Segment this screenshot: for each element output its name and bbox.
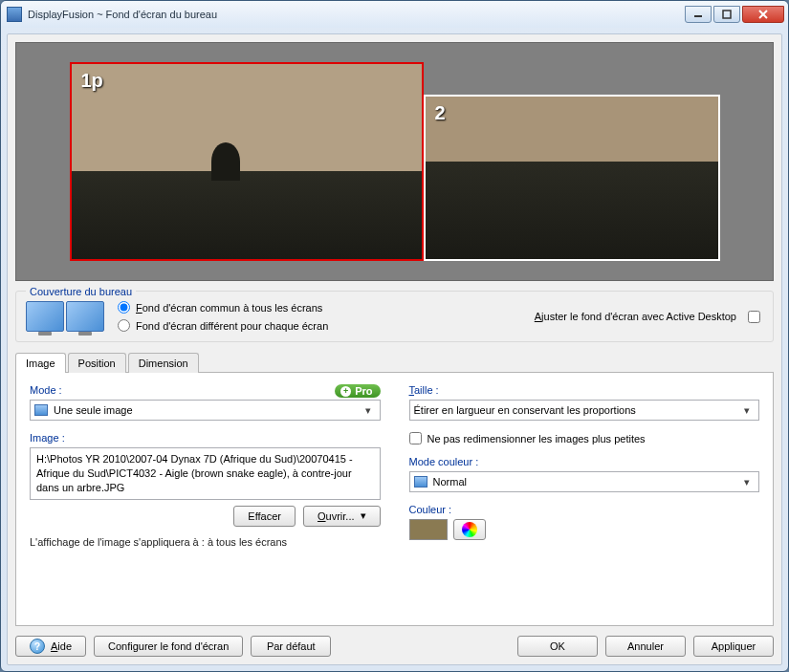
apply-scope-note: L'affichage de l'image s'appliquera à : …	[30, 536, 381, 548]
help-button-label: Aide	[51, 640, 72, 652]
chevron-down-icon: ▾	[739, 474, 755, 489]
radio-different-wallpaper[interactable]: Fond d'écran différent pour chaque écran	[118, 319, 328, 332]
apply-button[interactable]: Appliquer	[693, 636, 774, 657]
radio-common-wallpaper[interactable]: Fond d'écran commun à tous les écrans	[118, 301, 328, 314]
size-combo[interactable]: Étirer en largueur en conservant les pro…	[409, 400, 760, 421]
client-area: 1p 2 Couverture du bureau Fond d'écran c…	[7, 33, 782, 665]
minimize-button[interactable]	[685, 6, 712, 23]
help-button[interactable]: ? Aide	[15, 636, 86, 657]
chevron-down-icon: ▾	[739, 402, 755, 418]
coverage-legend: Couverture du bureau	[26, 286, 136, 297]
coverage-group: Couverture du bureau Fond d'écran commun…	[15, 291, 774, 342]
color-mode-combo[interactable]: Normal ▾	[409, 471, 760, 492]
configure-wallpaper-button[interactable]: Configurer le fond d'écran	[94, 636, 243, 657]
radio-common-input[interactable]	[118, 301, 130, 314]
image-path-label: Image :	[30, 432, 381, 444]
maximize-button[interactable]	[713, 6, 740, 23]
tab-dimension[interactable]: Dimension	[128, 353, 199, 373]
mode-label: Mode :	[30, 384, 381, 396]
help-icon: ?	[30, 639, 45, 654]
clear-button[interactable]: Effacer	[233, 506, 296, 527]
pro-badge: Pro	[335, 384, 380, 398]
ok-button[interactable]: OK	[517, 636, 598, 657]
color-picker-button[interactable]	[453, 519, 486, 540]
tab-bar: Image Position Dimension	[15, 352, 774, 372]
radio-common-label: Fond d'écran commun à tous les écrans	[136, 302, 322, 314]
window-frame: DisplayFusion ~ Fond d'écran du bureau 1…	[0, 0, 789, 672]
tab-position[interactable]: Position	[68, 353, 126, 373]
monitor-label-1: 1p	[81, 70, 103, 92]
chevron-down-icon: ▾	[361, 509, 366, 522]
dialog-button-bar: ? Aide Configurer le fond d'écran Par dé…	[15, 626, 774, 657]
monitor-icon	[414, 476, 427, 488]
active-desktop-checkbox[interactable]	[748, 311, 760, 323]
tab-panel-image: Pro Mode : Une seule image ▾ Image : H:\…	[15, 372, 774, 626]
open-button-label: Ouvrir...	[318, 510, 355, 522]
color-label: Couleur :	[409, 504, 760, 515]
image-path-textbox[interactable]: H:\Photos YR 2010\2007-04 Dynax 7D (Afri…	[30, 447, 381, 500]
app-icon	[7, 7, 22, 22]
cancel-button[interactable]: Annuler	[605, 636, 686, 657]
color-mode-label: Mode couleur :	[409, 456, 760, 467]
no-resize-label: Ne pas redimensionner les images plus pe…	[427, 433, 646, 444]
size-value: Étirer en largueur en conservant les pro…	[414, 404, 636, 416]
titlebar[interactable]: DisplayFusion ~ Fond d'écran du bureau	[1, 1, 788, 28]
monitor-preview-1[interactable]: 1p	[70, 62, 424, 261]
default-button[interactable]: Par défaut	[251, 636, 331, 657]
tab-image[interactable]: Image	[15, 353, 66, 373]
mode-value: Une seule image	[54, 404, 133, 416]
window-title: DisplayFusion ~ Fond d'écran du bureau	[28, 9, 685, 20]
svg-rect-1	[723, 11, 731, 18]
monitor-icon	[34, 404, 48, 416]
dual-monitor-icon	[26, 301, 104, 332]
mode-combo[interactable]: Une seule image ▾	[30, 400, 381, 421]
no-resize-checkbox-row[interactable]: Ne pas redimensionner les images plus pe…	[409, 432, 760, 444]
no-resize-checkbox[interactable]	[409, 432, 422, 444]
radio-different-input[interactable]	[118, 319, 130, 332]
chevron-down-icon: ▾	[361, 402, 376, 418]
color-swatch[interactable]	[409, 519, 448, 540]
radio-different-label: Fond d'écran différent pour chaque écran	[136, 320, 328, 332]
bird-silhouette	[211, 142, 240, 181]
active-desktop-label: Ajuster le fond d'écran avec Active Desk…	[535, 311, 736, 322]
color-wheel-icon	[462, 522, 477, 537]
monitor-label-2: 2	[435, 102, 446, 124]
color-mode-value: Normal	[433, 476, 467, 488]
open-button[interactable]: Ouvrir... ▾	[303, 506, 381, 527]
size-label: Taille :	[409, 384, 760, 396]
close-button[interactable]	[742, 6, 784, 23]
wallpaper-preview[interactable]: 1p 2	[15, 42, 774, 281]
monitor-preview-2[interactable]: 2	[424, 95, 720, 261]
